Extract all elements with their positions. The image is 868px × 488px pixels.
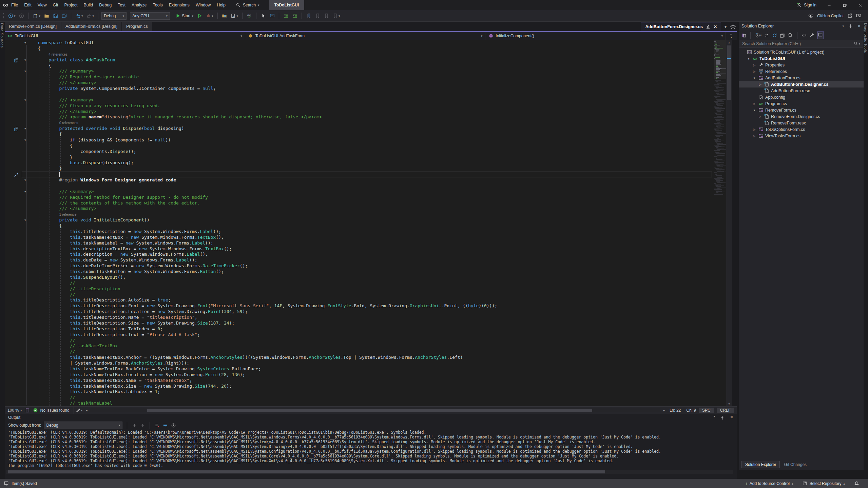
menu-debug[interactable]: Debug	[96, 0, 115, 10]
code-line[interactable]: // taskNameTextBox	[5, 343, 714, 349]
code-line[interactable]: this.description = new System.Windows.Fo…	[5, 252, 714, 257]
minimap[interactable]	[714, 40, 726, 406]
solution-explorer-search[interactable]: Search Solution Explorer (Ctrl+;) ▾	[739, 40, 863, 47]
tree-expander-icon[interactable]: ▷	[752, 63, 756, 67]
menu-view[interactable]: View	[35, 0, 50, 10]
feedback-icon[interactable]	[3, 481, 9, 486]
prev-bookmark-button[interactable]	[314, 12, 321, 20]
sync-active-icon[interactable]	[764, 33, 770, 38]
breadcrumb-segment-1[interactable]: ToDoListGUI.AddTaskForm▾	[245, 32, 486, 40]
menu-edit[interactable]: Edit	[21, 0, 35, 10]
issues-status[interactable]: No issues found	[40, 408, 70, 413]
breadcrumb-segment-2[interactable]: InitializeComponent()▾	[485, 32, 726, 40]
tree-item-properties[interactable]: ▷ Properties	[739, 62, 864, 68]
output-source-select[interactable]: Debug▾	[44, 422, 122, 429]
code-line[interactable]: /// Clean up any resources being used.	[5, 103, 714, 109]
code-line[interactable]: //	[5, 349, 714, 355]
pin-icon[interactable]	[848, 23, 853, 29]
sign-in-button[interactable]: Sign in	[792, 2, 821, 8]
code-line[interactable]	[5, 92, 714, 97]
vertical-scrollbar[interactable]: ▴ ▾	[726, 40, 732, 406]
scroll-right-icon[interactable]: ▸	[663, 409, 665, 412]
editor-splitter-handle[interactable]: ▴	[726, 32, 737, 40]
close-tab-icon[interactable]: ✕	[714, 24, 717, 29]
code-line[interactable]: {	[5, 132, 714, 137]
next-bookmark-button[interactable]	[323, 12, 330, 20]
panel-tab-git-changes[interactable]: Git Changes	[780, 461, 810, 468]
tree-item-addbuttonform-cs[interactable]: ▾ AddButtonForm.cs	[739, 75, 864, 81]
code-line[interactable]: ▾ /// <summary>	[5, 97, 714, 103]
tree-expander-icon[interactable]: ▷	[752, 102, 756, 105]
code-line[interactable]: this.SuspendLayout();	[5, 275, 714, 280]
tree-item-todooptionsform-cs[interactable]: ▷ ToDoOptionsForm.cs	[739, 126, 864, 133]
indent-button[interactable]	[291, 12, 298, 20]
toggle-bookmark-button[interactable]	[305, 12, 312, 20]
show-all-files-icon[interactable]	[788, 33, 793, 38]
code-line[interactable]: /// <param name="disposing">true if mana…	[5, 114, 714, 120]
menu-window[interactable]: Window	[193, 0, 214, 10]
editor-options-gear[interactable]	[729, 22, 737, 31]
column-indicator[interactable]: Ch: 9	[686, 408, 696, 413]
close-icon[interactable]: ✕	[857, 24, 861, 28]
scroll-up-arrow-icon[interactable]: ▴	[726, 41, 732, 44]
code-line[interactable]: {	[5, 46, 714, 52]
menu-git[interactable]: Git	[50, 0, 61, 10]
start-debugging-button[interactable]: Start▾	[174, 12, 194, 20]
code-line[interactable]: //	[5, 338, 714, 344]
spell-checker-button[interactable]: abc	[246, 12, 253, 20]
code-line[interactable]: private System.ComponentModel.IContainer…	[5, 86, 714, 92]
menu-project[interactable]: Project	[61, 0, 81, 10]
pin-icon[interactable]	[720, 415, 725, 420]
code-line[interactable]: | System.Windows.Forms.AnchorStyles.Righ…	[5, 360, 714, 366]
code-line[interactable]: this.taskNameTextBox.BackColor = System.…	[5, 366, 714, 372]
outline-collapse-icon[interactable]: ▾	[24, 189, 29, 195]
code-line[interactable]: ▾ partial class AddTaskForm	[5, 57, 714, 63]
code-line[interactable]: this.taskNameLabel = new System.Windows.…	[5, 240, 714, 246]
code-line[interactable]: this.dueDateTimePicker = new System.Wind…	[5, 263, 714, 269]
code-line[interactable]: /// the contents of this method with the…	[5, 200, 714, 206]
line-indicator[interactable]: Ln: 22	[670, 408, 681, 413]
code-line[interactable]: this.taskNameTextBox = new System.Window…	[5, 235, 714, 240]
code-line[interactable]: //	[5, 292, 714, 298]
code-cleanup-icon[interactable]	[76, 408, 81, 413]
code-line[interactable]: {	[5, 143, 714, 149]
outline-collapse-icon[interactable]: ▾	[24, 97, 29, 103]
selection-button[interactable]	[259, 12, 267, 20]
breadcrumb-segment-0[interactable]: C#ToDoListGUI▾	[5, 32, 245, 40]
tree-item-references[interactable]: ▷ References	[739, 68, 864, 75]
code-line[interactable]: }	[5, 155, 714, 160]
notifications-bell-icon[interactable]	[854, 481, 859, 486]
code-line[interactable]: components.Dispose();	[5, 149, 714, 155]
next-message-icon[interactable]	[140, 423, 145, 428]
code-line[interactable]: //	[5, 280, 714, 286]
tree-expander-icon[interactable]: ▾	[752, 76, 756, 80]
scroll-left-icon[interactable]: ◂	[86, 409, 88, 412]
view-switch-icon[interactable]	[741, 33, 746, 38]
clear-all-icon[interactable]	[154, 423, 160, 428]
comment-button[interactable]	[268, 12, 276, 20]
tree-expander-icon[interactable]: ▷	[752, 134, 756, 138]
outline-collapse-icon[interactable]: ▾	[24, 57, 29, 63]
scroll-down-arrow-icon[interactable]: ▾	[726, 402, 732, 406]
view-code-icon[interactable]	[802, 33, 807, 38]
menu-build[interactable]: Build	[80, 0, 96, 10]
code-line[interactable]: base.Dispose(disposing);	[5, 160, 714, 166]
menu-help[interactable]: Help	[214, 0, 229, 10]
panel-tab-solution-explorer[interactable]: Solution Explorer	[741, 461, 780, 468]
code-line[interactable]: ▾ /// <summary>	[5, 69, 714, 74]
tree-expander-icon[interactable]: ▷	[752, 70, 756, 73]
select-repository-button[interactable]: Select Repository ▴	[802, 481, 845, 486]
view-designer-toggle[interactable]	[817, 32, 824, 39]
find-in-files-button[interactable]	[221, 12, 228, 20]
zoom-select[interactable]: 100 %	[7, 408, 19, 413]
menu-extensions[interactable]: Extensions	[166, 0, 193, 10]
feedback-person-icon[interactable]	[856, 13, 861, 19]
doc-tab-addbuttonform-cs-design-[interactable]: AddButtonForm.cs [Design]	[61, 22, 121, 31]
tree-item-removeform-resx[interactable]: RemoveForm.resx	[739, 120, 864, 126]
code-line[interactable]: //	[5, 395, 714, 401]
code-line[interactable]: this.titleDescription.Size = new System.…	[5, 320, 714, 326]
undo-button[interactable]: ▾	[74, 12, 84, 20]
code-line[interactable]: this.taskNameTextBox.Name = "taskNameTex…	[5, 378, 714, 384]
tree-item-removeform-cs[interactable]: ▾ RemoveForm.cs	[739, 107, 864, 113]
menu-test[interactable]: Test	[115, 0, 129, 10]
